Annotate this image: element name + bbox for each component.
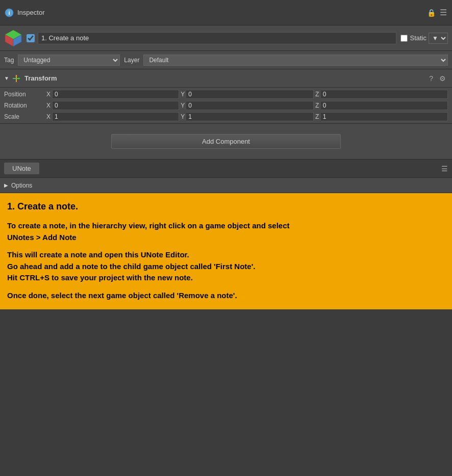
unote-menu-button[interactable]: ☰ (441, 165, 448, 173)
rotation-z-letter: Z (314, 102, 321, 109)
lock-button[interactable]: 🔒 (426, 8, 437, 18)
scale-x-letter: X (45, 113, 52, 120)
position-y-input[interactable] (186, 90, 313, 99)
position-z-field: Z (314, 90, 448, 99)
inspector-menu-button[interactable]: ☰ (439, 7, 448, 18)
note-title: 1. Create a note. (7, 201, 445, 212)
static-checkbox[interactable] (400, 35, 408, 42)
transform-expand-arrow[interactable]: ▼ (4, 75, 9, 81)
rotation-row: Rotation X Y Z (0, 100, 452, 111)
rotation-x-input[interactable] (52, 101, 179, 110)
scale-label: Scale (4, 113, 45, 120)
note-paragraph-1: To create a note, in the hierarchy view,… (7, 220, 445, 243)
rotation-z-field: Z (314, 101, 448, 110)
options-label: Options (11, 182, 32, 189)
object-row: Static ▼ (0, 25, 452, 51)
options-expand-arrow: ▶ (4, 182, 8, 188)
rotation-xyz-group: X Y Z (45, 101, 448, 110)
rotation-y-field: Y (179, 101, 313, 110)
inspector-header: i Inspector 🔒 ☰ (0, 0, 452, 25)
rotation-z-input[interactable] (321, 101, 448, 110)
object-name-input[interactable] (38, 32, 396, 44)
rotation-y-input[interactable] (186, 101, 313, 110)
tag-select[interactable]: Untagged (18, 55, 120, 66)
scale-xyz-group: X Y Z (45, 112, 448, 121)
transform-title: Transform (24, 74, 427, 82)
note-content: 1. Create a note. To create a note, in t… (0, 193, 452, 309)
layer-label: Layer (124, 57, 139, 64)
tag-label: Tag (4, 57, 14, 64)
position-x-field: X (45, 90, 179, 99)
scale-y-field: Y (179, 112, 313, 121)
position-label: Position (4, 91, 45, 98)
rotation-label: Rotation (4, 102, 45, 109)
options-row[interactable]: ▶ Options (0, 178, 452, 193)
static-row: Static ▼ (400, 33, 448, 44)
scale-row: Scale X Y Z (0, 111, 452, 122)
scale-y-letter: Y (179, 113, 186, 120)
unote-title-tab: UNote (4, 163, 39, 174)
scale-x-field: X (45, 112, 179, 121)
svg-marker-7 (15, 75, 17, 76)
scale-z-input[interactable] (321, 112, 448, 121)
static-dropdown[interactable]: ▼ (429, 33, 448, 44)
add-component-area: Add Component (0, 124, 452, 160)
header-right: 🔒 ☰ (426, 7, 448, 18)
scale-x-input[interactable] (52, 112, 179, 121)
transform-actions: ? ⚙ (427, 73, 448, 84)
note-body: To create a note, in the hierarchy view,… (7, 220, 445, 301)
position-y-field: Y (179, 90, 313, 99)
inspector-title: Inspector (17, 9, 44, 16)
unity-cube-icon (4, 29, 22, 47)
position-y-letter: Y (179, 91, 186, 98)
note-paragraph-3: Once done, select the next game object c… (7, 290, 445, 302)
transform-settings-button[interactable]: ⚙ (437, 73, 448, 84)
transform-header: ▼ Transform ? ⚙ (0, 69, 452, 88)
svg-marker-8 (18, 77, 20, 80)
rotation-y-letter: Y (179, 102, 186, 109)
static-label: Static (410, 34, 426, 42)
position-z-input[interactable] (321, 90, 448, 99)
transform-icon (11, 73, 21, 84)
tag-layer-row: Tag Untagged Layer Default (0, 51, 452, 69)
position-x-input[interactable] (52, 90, 179, 99)
position-row: Position X Y Z (0, 89, 452, 100)
position-z-letter: Z (314, 91, 321, 98)
unote-header: UNote ☰ (0, 160, 452, 178)
transform-body: Position X Y Z Rotation X Y (0, 88, 452, 124)
scale-z-letter: Z (314, 113, 321, 120)
transform-help-button[interactable]: ? (427, 73, 435, 84)
position-xyz-group: X Y Z (45, 90, 448, 99)
object-active-checkbox[interactable] (27, 34, 35, 42)
add-component-button[interactable]: Add Component (111, 134, 341, 149)
scale-y-input[interactable] (186, 112, 313, 121)
inspector-icon: i (4, 8, 14, 18)
svg-text:i: i (8, 10, 10, 16)
position-x-letter: X (45, 91, 52, 98)
note-paragraph-2: This will create a note and open this UN… (7, 249, 445, 284)
layer-select[interactable]: Default (143, 55, 448, 66)
scale-z-field: Z (314, 112, 448, 121)
rotation-x-letter: X (45, 102, 52, 109)
rotation-x-field: X (45, 101, 179, 110)
